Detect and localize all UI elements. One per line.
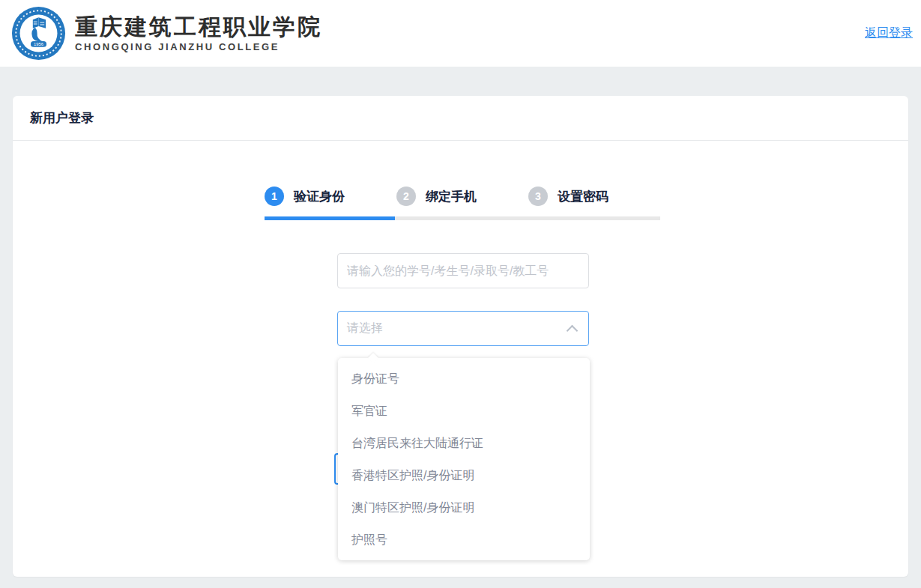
step-3-circle: 3 xyxy=(528,187,548,206)
step-2-label: 绑定手机 xyxy=(426,188,477,205)
dropdown-option-passport[interactable]: 护照号 xyxy=(338,524,590,556)
college-logo: 1956 重庆建筑工程职业学院 CHONGQING JIANZHU COLLEG… xyxy=(11,6,322,61)
college-seal-icon: 1956 xyxy=(11,6,66,61)
step-3-label: 设置密码 xyxy=(558,188,609,205)
top-header-bar: 1956 重庆建筑工程职业学院 CHONGQING JIANZHU COLLEG… xyxy=(0,0,921,67)
dropdown-option-hongkong-passport[interactable]: 香港特区护照/身份证明 xyxy=(338,459,590,491)
step-1-circle: 1 xyxy=(265,187,284,206)
dropdown-option-macau-passport[interactable]: 澳门特区护照/身份证明 xyxy=(338,491,590,524)
steps-indicator: 1 验证身份 2 绑定手机 3 设置密码 xyxy=(265,187,660,206)
dropdown-option-taiwan-permit[interactable]: 台湾居民来往大陆通行证 xyxy=(338,427,590,459)
steps-progress-fill xyxy=(265,216,395,220)
step-2-circle: 2 xyxy=(396,187,416,206)
new-user-card: 新用户登录 1 验证身份 2 绑定手机 3 设置密码 请选择 身份证号 军官证 … xyxy=(13,96,908,577)
college-name: 重庆建筑工程职业学院 CHONGQING JIANZHU COLLEGE xyxy=(75,14,322,52)
page-title: 新用户登录 xyxy=(30,109,94,127)
account-number-input[interactable] xyxy=(337,253,589,288)
back-to-login-link[interactable]: 返回登录 xyxy=(865,25,913,41)
seal-year: 1956 xyxy=(34,42,43,46)
college-name-zh: 重庆建筑工程职业学院 xyxy=(75,14,322,40)
card-header: 新用户登录 xyxy=(13,96,908,141)
step-bind-phone: 2 绑定手机 xyxy=(396,187,528,206)
dropdown-option-military-cert[interactable]: 军官证 xyxy=(338,395,590,427)
step-1-label: 验证身份 xyxy=(294,188,345,205)
cert-type-dropdown: 身份证号 军官证 台湾居民来往大陆通行证 香港特区护照/身份证明 澳门特区护照/… xyxy=(338,358,590,560)
cert-type-select[interactable]: 请选择 xyxy=(337,311,589,346)
dropdown-option-id-card[interactable]: 身份证号 xyxy=(338,363,590,395)
step-verify-identity: 1 验证身份 xyxy=(265,187,396,206)
cert-type-select-value: 请选择 xyxy=(347,321,383,336)
step-set-password: 3 设置密码 xyxy=(528,187,660,206)
steps-progress-track xyxy=(265,216,660,220)
chevron-up-icon xyxy=(567,325,579,337)
college-name-en: CHONGQING JIANZHU COLLEGE xyxy=(75,41,322,52)
